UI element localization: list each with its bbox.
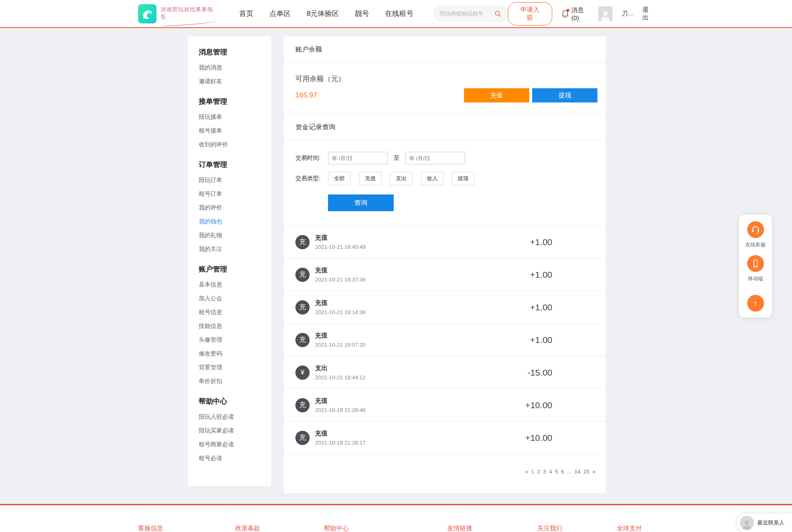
funds-query-filters: 交易时间: 至 交易类型: 全部 充值 支出 收入 提现 查询: [284, 141, 606, 226]
type-filter-withdraw[interactable]: 提现: [452, 172, 474, 185]
sidebar-item-change-password[interactable]: 修改密码: [199, 350, 271, 356]
recharge-type-icon: 充: [295, 268, 310, 282]
nav-item-8yuan-trial[interactable]: 8元体验区: [307, 9, 339, 18]
sidebar-item-rent-orders[interactable]: 租号接单: [199, 128, 271, 133]
pagination-page-1[interactable]: 1: [531, 468, 535, 475]
pagination-page-3[interactable]: 3: [543, 468, 546, 475]
sidebar-item-my-wallet[interactable]: 我的钱包: [199, 218, 271, 224]
transaction-time: 2021-10-21 19:07:20: [315, 342, 366, 348]
type-filter-all[interactable]: 全部: [328, 172, 351, 185]
recharge-type-icon: 充: [295, 398, 310, 412]
transaction-time-label: 交易时间:: [295, 154, 328, 162]
sidebar-item-skill-info[interactable]: 技能信息: [199, 323, 271, 329]
logout-button[interactable]: 退出: [642, 6, 654, 22]
sidebar-item-companion-buyer-guide[interactable]: 陪玩买家必读: [199, 427, 271, 433]
sidebar-item-companion-settle-guide[interactable]: 陪玩入驻必读: [199, 414, 271, 419]
page-body: 消息管理 我的消息 邀请好友 接单管理 陪玩接单 租号接单 收到的评价 订单管理…: [0, 28, 792, 493]
sidebar-section-account: 账户管理 基本信息 加入公会 租号信息 技能信息 头像管理 修改密码 背景管理 …: [199, 264, 271, 384]
logo[interactable]: 游戏陪玩就找果果电竞: [138, 4, 216, 23]
type-filter-recharge[interactable]: 充值: [359, 172, 382, 185]
dolphin-icon: [140, 7, 154, 21]
recharge-button[interactable]: 充值: [464, 88, 529, 102]
footer-col-title: 全球支付: [617, 524, 700, 532]
sidebar-item-rent-order-list[interactable]: 租号订单: [199, 191, 271, 197]
transaction-type: 充值: [315, 332, 366, 340]
footer-col-policy: 政策条款 关于我们: [235, 524, 324, 532]
footer-col-service-info: 客服信息 电话QQ：400458: [138, 524, 235, 532]
pagination-page-15[interactable]: 15: [583, 468, 590, 475]
pagination-prev[interactable]: «: [525, 468, 528, 475]
sidebar-section-title: 接单管理: [199, 97, 271, 106]
sidebar-section-title: 帮助中心: [199, 396, 271, 406]
footer: 客服信息 电话QQ：400458 政策条款 关于我们 帮助中心 新手帮助 友情链…: [0, 504, 792, 532]
date-from-input[interactable]: [328, 152, 388, 164]
pagination-page-2[interactable]: 2: [537, 468, 541, 475]
pagination-next[interactable]: »: [592, 468, 596, 475]
search-icon[interactable]: [494, 10, 502, 18]
type-filter-income[interactable]: 收入: [421, 172, 443, 185]
user-avatar[interactable]: [598, 6, 612, 21]
sidebar-item-companion-orders[interactable]: 陪玩接单: [199, 114, 271, 120]
sidebar-item-invite-friends[interactable]: 邀请好友: [199, 78, 271, 84]
sidebar-item-my-gifts[interactable]: 我的礼物: [199, 232, 271, 238]
sidebar-item-basic-info[interactable]: 基本信息: [199, 281, 271, 287]
recent-contacts-label[interactable]: 最近联系人: [757, 519, 784, 527]
messages-label[interactable]: 消息(0): [572, 6, 590, 21]
nav-item-nice-number[interactable]: 靓号: [355, 9, 369, 18]
topbar-right-cluster: 申请入驻 消息(0) 刀… 退出: [508, 2, 654, 26]
sidebar-item-avatar-management[interactable]: 头像管理: [199, 337, 271, 343]
recent-contacts-widget[interactable]: 最近联系人: [737, 514, 792, 532]
nav-item-order-zone[interactable]: 点单区: [269, 9, 291, 18]
sidebar-item-my-messages[interactable]: 我的消息: [199, 64, 271, 70]
nav-item-online-rent[interactable]: 在线租号: [385, 9, 413, 18]
sidebar-section-help: 帮助中心 陪玩入驻必读 陪玩买家必读 租号商家必读 租号必读: [199, 396, 271, 461]
person-icon: [741, 518, 753, 530]
transaction-time: 2021-10-21 19:14:38: [315, 309, 366, 315]
username-label[interactable]: 刀…: [622, 10, 633, 18]
wallet-main-card: 账户余额 可用余额（元） 165.97 充值 提现 资金记录查询 交易时间: 至: [284, 36, 606, 493]
sidebar-item-my-reviews[interactable]: 我的评价: [199, 205, 271, 210]
transaction-list: 充 充值 2021-10-21 19:40:49 +1.00 充 充值 2021…: [284, 226, 606, 454]
apply-settle-button[interactable]: 申请入驻: [508, 2, 552, 26]
online-service-button[interactable]: [747, 221, 764, 238]
pagination-page-5[interactable]: 5: [555, 468, 559, 475]
search-box[interactable]: [433, 6, 508, 22]
sidebar-item-received-reviews[interactable]: 收到的评价: [199, 141, 271, 147]
mobile-app-button[interactable]: [747, 255, 764, 272]
sidebar-item-companion-order-list[interactable]: 陪玩订单: [199, 177, 271, 183]
transaction-row: 充 充值 2021-10-21 19:40:49 +1.00: [284, 226, 606, 258]
nav-item-home[interactable]: 首页: [239, 9, 254, 18]
sidebar-item-price-discount[interactable]: 单价折扣: [199, 378, 271, 384]
recharge-type-icon: 充: [295, 333, 310, 347]
sidebar-item-rent-merchant-guide[interactable]: 租号商家必读: [199, 441, 271, 447]
transaction-amount: +10.00: [525, 400, 552, 410]
expense-type-icon: ¥: [295, 366, 310, 380]
pagination-page-14[interactable]: 14: [574, 468, 581, 475]
pagination-page-4[interactable]: 4: [549, 468, 552, 475]
transaction-time: 2021-10-19 21:26:48: [315, 407, 366, 413]
sidebar-item-my-follows[interactable]: 我的关注: [199, 246, 271, 252]
messages-entry[interactable]: 消息(0): [561, 6, 590, 21]
sidebar-section-take-orders: 接单管理 陪玩接单 租号接单 收到的评价: [199, 97, 271, 147]
transaction-time: 2021-10-21 18:44:12: [315, 374, 366, 381]
footer-col-follow-us: 关注我们: [537, 524, 617, 532]
sidebar-item-rent-guide[interactable]: 租号必读: [199, 455, 271, 461]
transaction-type: 充值: [315, 430, 366, 437]
withdraw-button[interactable]: 提现: [532, 88, 597, 102]
type-filter-expense[interactable]: 支出: [390, 172, 413, 185]
back-to-top-button[interactable]: ↑: [747, 295, 764, 312]
query-submit-button[interactable]: 查询: [328, 194, 394, 211]
transaction-time: 2021-10-19 21:26:17: [315, 440, 366, 446]
transaction-type: 充值: [315, 266, 366, 274]
transaction-type: 充值: [315, 397, 366, 405]
sidebar-item-rent-info[interactable]: 租号信息: [199, 309, 271, 315]
sidebar-item-background-management[interactable]: 背景管理: [199, 364, 271, 370]
sidebar-section-title: 消息管理: [199, 47, 271, 57]
search-input[interactable]: [440, 10, 494, 17]
date-to-input[interactable]: [405, 152, 465, 164]
footer-col-title: 关注我们: [537, 524, 617, 532]
sidebar-item-join-guild[interactable]: 加入公会: [199, 295, 271, 301]
pagination-page-6[interactable]: 6: [561, 468, 564, 475]
transaction-type: 支出: [315, 364, 366, 372]
balance-section-title: 账户余额: [284, 36, 606, 63]
